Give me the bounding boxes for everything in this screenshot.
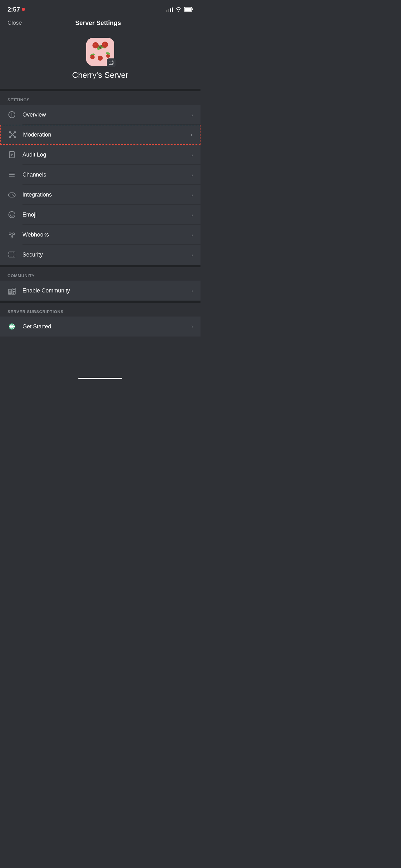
svg-line-46 bbox=[11, 234, 11, 237]
signal-bar-2 bbox=[168, 9, 169, 12]
security-label: Security bbox=[23, 251, 191, 258]
audit-log-chevron: › bbox=[191, 152, 193, 158]
svg-point-10 bbox=[98, 56, 103, 61]
enable-community-icon bbox=[7, 286, 16, 295]
menu-item-moderation[interactable]: Moderation › bbox=[0, 125, 201, 145]
menu-item-get-started[interactable]: Get Started › bbox=[0, 316, 201, 337]
svg-point-45 bbox=[11, 236, 13, 238]
status-time: 2:57 bbox=[7, 6, 25, 13]
wifi-icon bbox=[175, 7, 182, 12]
section-divider-1 bbox=[0, 89, 201, 91]
overview-chevron: › bbox=[191, 112, 193, 118]
overview-label: Overview bbox=[23, 112, 191, 118]
get-started-chevron: › bbox=[191, 323, 193, 330]
page-title: Server Settings bbox=[75, 19, 121, 27]
svg-line-47 bbox=[12, 234, 13, 237]
svg-point-26 bbox=[9, 136, 11, 138]
webhooks-label: Webhooks bbox=[23, 231, 191, 238]
audit-log-icon bbox=[7, 150, 16, 159]
svg-point-9 bbox=[94, 44, 96, 45]
integrations-chevron: › bbox=[191, 191, 193, 198]
edit-image-icon bbox=[109, 60, 114, 65]
svg-point-41 bbox=[10, 214, 11, 215]
moderation-label: Moderation bbox=[23, 131, 191, 138]
webhooks-icon bbox=[7, 230, 16, 239]
get-started-icon bbox=[7, 322, 16, 331]
integrations-label: Integrations bbox=[23, 191, 191, 198]
menu-item-emoji[interactable]: Emoji › bbox=[0, 205, 201, 225]
webhooks-chevron: › bbox=[191, 231, 193, 238]
community-section: COMMUNITY Enable Community › bbox=[0, 267, 201, 301]
svg-point-38 bbox=[12, 194, 13, 195]
server-avatar-container[interactable] bbox=[86, 38, 114, 66]
recording-indicator bbox=[22, 8, 25, 11]
menu-item-webhooks[interactable]: Webhooks › bbox=[0, 225, 201, 245]
svg-point-51 bbox=[13, 252, 14, 253]
svg-rect-60 bbox=[14, 289, 15, 290]
svg-point-39 bbox=[13, 195, 14, 195]
community-section-label: COMMUNITY bbox=[0, 267, 201, 281]
channels-chevron: › bbox=[191, 172, 193, 178]
audit-log-label: Audit Log bbox=[23, 152, 191, 158]
server-header: Cherry's Server bbox=[0, 32, 201, 89]
svg-rect-35 bbox=[8, 193, 15, 197]
home-bar bbox=[78, 378, 122, 379]
svg-point-21 bbox=[11, 113, 12, 114]
menu-item-integrations[interactable]: Integrations › bbox=[0, 185, 201, 205]
signal-bars bbox=[166, 7, 173, 12]
enable-community-chevron: › bbox=[191, 287, 193, 294]
svg-point-40 bbox=[9, 212, 15, 218]
subscriptions-section: SERVER SUBSCRIPTIONS Get Started › bbox=[0, 303, 201, 337]
svg-rect-64 bbox=[13, 292, 14, 294]
moderation-chevron: › bbox=[191, 131, 192, 138]
emoji-chevron: › bbox=[191, 212, 193, 218]
menu-item-audit-log[interactable]: Audit Log › bbox=[0, 145, 201, 165]
moderation-icon bbox=[8, 130, 17, 139]
menu-item-security[interactable]: Security › bbox=[0, 245, 201, 265]
settings-section: SETTINGS Overview › Moderation bbox=[0, 91, 201, 265]
nav-bar: Close Server Settings bbox=[0, 17, 201, 32]
section-divider-2 bbox=[0, 265, 201, 267]
svg-rect-2 bbox=[192, 8, 193, 10]
signal-bar-1 bbox=[166, 10, 167, 12]
battery-icon bbox=[184, 7, 193, 12]
security-chevron: › bbox=[191, 251, 193, 258]
svg-rect-61 bbox=[13, 291, 14, 292]
svg-rect-58 bbox=[10, 290, 11, 291]
edit-avatar-badge[interactable] bbox=[107, 58, 115, 67]
settings-section-label: SETTINGS bbox=[0, 91, 201, 105]
get-started-label: Get Started bbox=[23, 323, 191, 330]
bottom-spacer bbox=[0, 337, 201, 374]
security-icon bbox=[7, 250, 16, 259]
svg-point-24 bbox=[9, 131, 11, 133]
close-button[interactable]: Close bbox=[7, 20, 22, 26]
svg-point-12 bbox=[90, 55, 95, 59]
svg-point-25 bbox=[14, 131, 16, 133]
svg-rect-63 bbox=[9, 292, 11, 294]
svg-point-27 bbox=[14, 136, 16, 138]
emoji-icon bbox=[7, 210, 16, 219]
menu-item-channels[interactable]: Channels › bbox=[0, 165, 201, 185]
home-indicator bbox=[0, 374, 201, 382]
overview-icon bbox=[7, 110, 16, 119]
channels-icon bbox=[7, 170, 16, 179]
emoji-label: Emoji bbox=[23, 212, 191, 218]
menu-item-enable-community[interactable]: Enable Community › bbox=[0, 281, 201, 301]
enable-community-label: Enable Community bbox=[23, 287, 191, 294]
svg-rect-62 bbox=[14, 291, 15, 292]
time-display: 2:57 bbox=[7, 6, 20, 13]
channels-label: Channels bbox=[23, 172, 191, 178]
status-icons bbox=[166, 7, 193, 12]
subscriptions-section-label: SERVER SUBSCRIPTIONS bbox=[0, 303, 201, 316]
svg-point-42 bbox=[12, 214, 13, 215]
section-divider-3 bbox=[0, 301, 201, 303]
svg-rect-28 bbox=[9, 152, 14, 158]
svg-point-7 bbox=[103, 43, 105, 45]
integrations-icon bbox=[7, 190, 16, 199]
menu-item-overview[interactable]: Overview › bbox=[0, 105, 201, 125]
status-bar: 2:57 bbox=[0, 0, 201, 17]
server-name: Cherry's Server bbox=[72, 70, 128, 80]
svg-rect-59 bbox=[13, 289, 14, 290]
svg-rect-1 bbox=[185, 8, 192, 11]
svg-point-13 bbox=[106, 54, 110, 58]
